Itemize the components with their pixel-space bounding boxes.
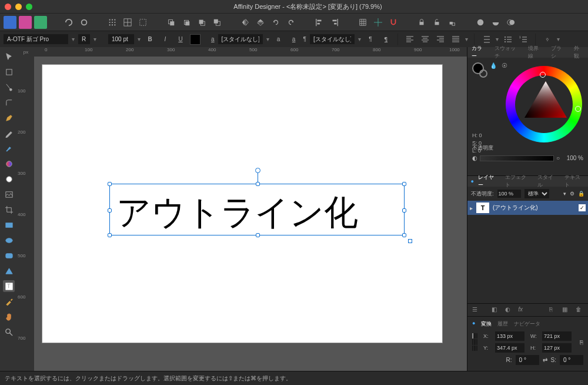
- add-layer-icon[interactable]: ⎘: [549, 306, 557, 314]
- corner-tool[interactable]: [3, 97, 15, 108]
- layer-item[interactable]: ▸ T (アウトライン化) ✓: [467, 201, 588, 215]
- font-family-select[interactable]: [4, 34, 68, 44]
- link-icon[interactable]: ⎘: [580, 339, 583, 346]
- crop-tool[interactable]: [3, 204, 15, 215]
- tab-transform[interactable]: 変換: [481, 320, 492, 328]
- transform-s[interactable]: [560, 355, 583, 365]
- maximize-button[interactable]: [26, 4, 32, 10]
- move-forward-icon[interactable]: [195, 16, 208, 29]
- noise-icon[interactable]: ◐: [472, 155, 477, 161]
- add-pixel-icon[interactable]: ▦: [562, 306, 570, 314]
- export-persona[interactable]: [34, 16, 47, 29]
- para-panel-button[interactable]: ¶: [365, 34, 376, 45]
- move-backward-icon[interactable]: [180, 16, 193, 29]
- tab-effects[interactable]: エフェクト: [501, 174, 533, 189]
- eyedropper-tool[interactable]: [3, 296, 15, 307]
- designer-persona[interactable]: [4, 16, 16, 29]
- subtract-icon[interactable]: [489, 16, 502, 29]
- rounded-rect-tool[interactable]: [3, 250, 15, 261]
- transform-x[interactable]: [495, 331, 524, 341]
- delete-layer-icon[interactable]: 🗑: [576, 306, 583, 314]
- color-triangle[interactable]: [524, 81, 567, 118]
- unlock-icon[interactable]: [430, 16, 443, 29]
- sync-icon[interactable]: [62, 16, 75, 29]
- ruler-horizontal[interactable]: 0 100 200 300 400 500 600 700 800 900 10…: [34, 47, 467, 57]
- leading-button[interactable]: [480, 34, 492, 45]
- char-style-select[interactable]: [218, 34, 263, 44]
- tab-history[interactable]: 履歴: [497, 320, 508, 328]
- bullet-list-button[interactable]: [502, 34, 514, 45]
- canvas[interactable]: アウトライン化: [34, 57, 467, 371]
- tab-navigator[interactable]: ナビゲータ: [514, 320, 540, 328]
- picker-icon[interactable]: ⦿: [502, 62, 510, 71]
- minimize-button[interactable]: [15, 4, 22, 10]
- wheel-handle-hue[interactable]: [575, 106, 581, 112]
- number-list-button[interactable]: 1: [517, 34, 529, 45]
- pixel-persona[interactable]: [19, 16, 32, 29]
- grid-dots-icon[interactable]: [106, 16, 119, 29]
- opacity-slider[interactable]: [480, 155, 554, 161]
- layers-stack-icon[interactable]: ☰: [472, 306, 480, 314]
- rect-tool[interactable]: [3, 219, 15, 231]
- transform-w[interactable]: [542, 331, 572, 341]
- align-left-button[interactable]: [404, 34, 416, 45]
- typo-panel-icon[interactable]: a: [288, 34, 300, 45]
- text-tool[interactable]: T: [3, 280, 15, 292]
- insert-char-button[interactable]: ⎀: [542, 34, 553, 45]
- pencil-tool[interactable]: [3, 127, 15, 139]
- text-color-swatch[interactable]: [190, 34, 201, 45]
- blend-mode-select[interactable]: 標準: [524, 189, 549, 198]
- bounds-icon[interactable]: [136, 16, 149, 29]
- flip-h-icon[interactable]: [239, 16, 252, 29]
- lock-icon[interactable]: 🔒: [578, 191, 584, 197]
- transform-h[interactable]: [542, 343, 572, 353]
- intersect-icon[interactable]: [505, 16, 517, 29]
- align-left-icon[interactable]: [313, 16, 326, 29]
- lockchildren-icon[interactable]: [446, 16, 459, 29]
- style-panel-button[interactable]: ¶̲: [380, 34, 392, 45]
- layer-name[interactable]: (アウトライン化): [493, 204, 538, 212]
- show-grid-icon[interactable]: [356, 16, 369, 29]
- italic-button[interactable]: I: [159, 34, 171, 45]
- move-back-icon[interactable]: [165, 16, 178, 29]
- transform-y[interactable]: [495, 343, 524, 353]
- node-tool[interactable]: [3, 81, 15, 93]
- font-size-input[interactable]: [108, 34, 134, 44]
- rotate-ccw-icon[interactable]: [269, 16, 282, 29]
- wheel-handle[interactable]: [540, 72, 546, 78]
- place-tool[interactable]: [3, 188, 15, 200]
- move-tool[interactable]: [3, 51, 15, 62]
- triangle-tool[interactable]: [3, 265, 15, 277]
- adjust-icon[interactable]: ◐: [505, 306, 513, 314]
- lock-icon[interactable]: [415, 16, 428, 29]
- show-guides-icon[interactable]: [372, 16, 385, 29]
- mask-icon[interactable]: ◧: [492, 306, 499, 314]
- ellipse-tool[interactable]: [3, 234, 15, 246]
- align-right-icon[interactable]: [328, 16, 341, 29]
- opacity-value[interactable]: 100 %: [562, 155, 583, 161]
- align-center-button[interactable]: [419, 34, 431, 45]
- move-front-icon[interactable]: [211, 16, 223, 29]
- text-object[interactable]: アウトライン化: [116, 190, 358, 237]
- snapping-icon[interactable]: [387, 16, 400, 29]
- layer-opacity-input[interactable]: [497, 190, 521, 198]
- fill-tool[interactable]: [3, 158, 15, 170]
- add-icon[interactable]: [474, 16, 487, 29]
- rotate-cw-icon[interactable]: [285, 16, 298, 29]
- fill-stroke-selector[interactable]: [472, 62, 484, 74]
- align-justify-button[interactable]: [450, 34, 462, 45]
- transform-r[interactable]: [516, 355, 539, 365]
- grid-icon[interactable]: [121, 16, 134, 29]
- hand-tool[interactable]: [3, 311, 15, 323]
- eyedropper-icon[interactable]: 💧: [490, 62, 498, 71]
- defaults-icon[interactable]: [78, 16, 91, 29]
- tab-text[interactable]: テキスト: [560, 174, 588, 189]
- align-right-button[interactable]: [435, 34, 446, 45]
- transparency-tool[interactable]: [3, 173, 15, 185]
- opacity-handle[interactable]: ○: [556, 155, 560, 161]
- pen-tool[interactable]: [3, 112, 15, 124]
- para-style-select[interactable]: [310, 34, 355, 44]
- gear-icon[interactable]: ⚙: [570, 191, 574, 197]
- zoom-tool[interactable]: [3, 326, 15, 338]
- underline-button[interactable]: U: [175, 34, 186, 45]
